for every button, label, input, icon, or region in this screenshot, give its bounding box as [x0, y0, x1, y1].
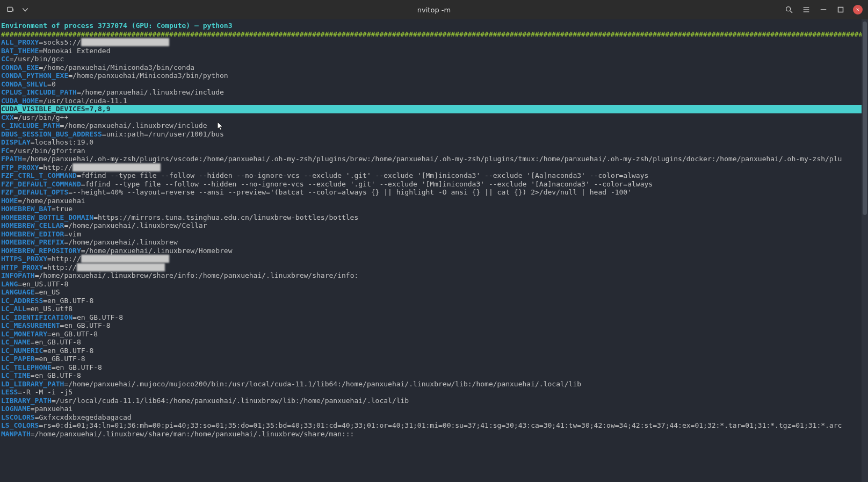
env-sep: = — [81, 247, 85, 255]
minimize-button[interactable] — [819, 5, 828, 15]
env-value: /home/panxuehai/.linuxbrew/include — [81, 88, 224, 96]
env-value-prefix: socks5:// — [43, 38, 81, 46]
env-row[interactable]: CUDA_HOME=/usr/local/cuda-11.1 — [1, 97, 867, 105]
env-sep: = — [77, 88, 81, 96]
env-row[interactable]: LOGNAME=panxuehai — [1, 405, 867, 413]
env-row[interactable]: HTTP_PROXY=http://xxxxxxxxxxxxxxxxxxxxx — [1, 263, 867, 272]
env-row[interactable]: LC_TELEPHONE=en_GB.UTF-8 — [1, 363, 867, 372]
env-row[interactable]: LC_NUMERIC=en_GB.UTF-8 — [1, 347, 867, 355]
env-row[interactable]: HOMEBREW_REPOSITORY=/home/panxuehai/.lin… — [1, 247, 867, 255]
env-row[interactable]: LC_PAPER=en_GB.UTF-8 — [1, 355, 867, 363]
env-row[interactable]: LS_COLORS=rs=0:di=01;34:ln=01;36:mh=00:p… — [1, 421, 867, 430]
env-row[interactable]: HOME=/home/panxuehai — [1, 197, 867, 205]
env-key: CC — [1, 55, 10, 63]
env-row[interactable]: CONDA_PYTHON_EXE=/home/panxuehai/Minicon… — [1, 71, 867, 80]
env-value: /usr/bin/g++ — [18, 113, 68, 121]
env-value: unix:path=/run/user/1001/bus — [106, 130, 224, 138]
env-row[interactable]: LC_ADDRESS=en_GB.UTF-8 — [1, 297, 867, 305]
env-sep: = — [26, 305, 31, 313]
env-row[interactable]: FC=/usr/bin/gfortran — [1, 147, 867, 155]
env-key: CONDA_SHLVL — [1, 80, 47, 88]
env-row[interactable]: CC=/usr/bin/gcc — [1, 55, 867, 63]
env-row[interactable]: FZF_CTRL_T_COMMAND=fdfind --type file --… — [1, 171, 867, 180]
window-titlebar: nvitop -m — [0, 0, 868, 20]
env-row[interactable]: LC_MEASUREMENT=en_GB.UTF-8 — [1, 321, 867, 330]
env-row[interactable]: CUDA_VISIBLE_DEVICES=7,8,9 — [1, 105, 867, 113]
env-row[interactable]: HOMEBREW_BAT=true — [1, 205, 867, 213]
env-value: en_GB.UTF-8 — [47, 297, 93, 305]
env-value: https://mirrors.tuna.tsinghua.edu.cn/lin… — [98, 213, 358, 221]
env-row[interactable]: CONDA_EXE=/home/panxuehai/Miniconda3/bin… — [1, 63, 867, 72]
env-sep: = — [77, 171, 81, 179]
env-row[interactable]: CXX=/usr/bin/g++ — [1, 113, 867, 122]
maximize-button[interactable] — [836, 5, 845, 15]
env-row[interactable]: LD_LIBRARY_PATH=/home/panxuehai/.mujoco/… — [1, 380, 867, 389]
env-sep: = — [31, 430, 35, 438]
dropdown-icon[interactable] — [20, 5, 30, 15]
env-row[interactable]: HOMEBREW_EDITOR=vim — [1, 230, 867, 239]
env-row[interactable]: FTP_PROXY=http://xxxxxxxxxxxxxxxxxxxxx — [1, 163, 867, 172]
env-row[interactable]: FZF_DEFAULT_OPTS=--height=40% --layout=r… — [1, 188, 867, 197]
env-key: DBUS_SESSION_BUS_ADDRESS — [1, 130, 102, 138]
env-sep: = — [68, 188, 73, 196]
env-row[interactable]: C_INCLUDE_PATH=/home/panxuehai/.linuxbre… — [1, 121, 867, 130]
env-row[interactable]: LIBRARY_PATH=/usr/local/cuda-11.1/lib64:… — [1, 397, 867, 405]
env-row[interactable]: ALL_PROXY=socks5://xxxxxxxxxxxxxxxxxxxxx — [1, 38, 867, 47]
env-key: HOMEBREW_CELLAR — [1, 221, 64, 229]
terminal-scrollthumb[interactable] — [863, 21, 867, 215]
terminal-scrollbar[interactable] — [862, 19, 868, 482]
env-row[interactable]: INFOPATH=/home/panxuehai/.linuxbrew/shar… — [1, 271, 867, 280]
env-value: Monokai Extended — [43, 47, 110, 55]
env-sep: = — [52, 397, 56, 405]
env-key: LC_NAME — [1, 338, 31, 346]
env-row[interactable]: CONDA_SHLVL=0 — [1, 80, 867, 89]
env-row[interactable]: LANG=en_US.UTF-8 — [1, 280, 867, 289]
env-row[interactable]: LANGUAGE=en_US — [1, 288, 867, 297]
hamburger-menu-icon[interactable] — [801, 5, 811, 15]
env-key: HOMEBREW_BAT — [1, 205, 52, 213]
new-tab-icon[interactable] — [5, 5, 15, 15]
env-sep: = — [18, 388, 22, 396]
window-title: nvitop -m — [0, 6, 868, 14]
env-value: --height=40% --layout=reverse --ansi --p… — [73, 188, 632, 196]
env-key: LIBRARY_PATH — [1, 397, 52, 405]
env-row[interactable]: BAT_THEME=Monokai Extended — [1, 47, 867, 55]
env-row[interactable]: LC_TIME=en_GB.UTF-8 — [1, 371, 867, 380]
env-key: LC_NUMERIC — [1, 347, 43, 355]
close-button[interactable] — [853, 5, 863, 15]
env-row[interactable]: LC_NAME=en_GB.UTF-8 — [1, 338, 867, 347]
env-row[interactable]: HOMEBREW_CELLAR=/home/panxuehai/.linuxbr… — [1, 221, 867, 230]
env-sep: = — [31, 338, 35, 346]
env-row[interactable]: FZF_DEFAULT_COMMAND=fdfind --type file -… — [1, 180, 867, 189]
env-value: en_US.utf8 — [31, 305, 73, 313]
env-row[interactable]: HOMEBREW_PREFIX=/home/panxuehai/.linuxbr… — [1, 238, 867, 247]
env-key: HOMEBREW_PREFIX — [1, 238, 64, 246]
env-value: en_GB.UTF-8 — [52, 330, 98, 338]
env-row[interactable]: LC_MONETARY=en_GB.UTF-8 — [1, 330, 867, 339]
terminal-viewport[interactable]: Environment of process 3737074 (GPU: Com… — [0, 19, 868, 482]
env-row[interactable]: HTTPS_PROXY=http://xxxxxxxxxxxxxxxxxxxxx — [1, 255, 867, 263]
env-value: fdfind --type file --follow --hidden --n… — [81, 171, 649, 179]
redacted-text: xxxxxxxxxxxxxxxxxxxxx — [73, 163, 161, 171]
env-key: CUDA_VISIBLE_DEVICES — [1, 105, 85, 113]
env-row[interactable]: FPATH=/home/panxuehai/.oh-my-zsh/plugins… — [1, 155, 867, 163]
env-row[interactable]: MANPATH=/home/panxuehai/.linuxbrew/share… — [1, 430, 867, 438]
env-sep: = — [68, 71, 73, 80]
env-value: /home/panxuehai — [22, 197, 85, 205]
env-key: LC_MEASUREMENT — [1, 321, 60, 329]
search-icon[interactable] — [784, 5, 794, 15]
env-value: /usr/bin/gcc — [13, 55, 64, 63]
env-row[interactable]: CPLUS_INCLUDE_PATH=/home/panxuehai/.linu… — [1, 88, 867, 97]
env-key: DISPLAY — [1, 138, 31, 146]
env-row[interactable]: LC_ALL=en_US.utf8 — [1, 305, 867, 313]
env-row[interactable]: DBUS_SESSION_BUS_ADDRESS=unix:path=/run/… — [1, 130, 867, 139]
env-key: INFOPATH — [1, 271, 35, 279]
env-row[interactable]: LESS=-R -M -i -j5 — [1, 388, 867, 397]
env-value-prefix: http:// — [52, 255, 81, 263]
env-row[interactable]: LSCOLORS=Gxfxcxdxbxegedabagacad — [1, 413, 867, 422]
env-row[interactable]: LC_IDENTIFICATION=en_GB.UTF-8 — [1, 313, 867, 322]
env-row[interactable]: HOMEBREW_BOTTLE_DOMAIN=https://mirrors.t… — [1, 213, 867, 222]
env-value: /usr/local/cuda-11.1/lib64:/home/panxueh… — [56, 397, 409, 405]
env-row[interactable]: DISPLAY=localhost:19.0 — [1, 138, 867, 147]
env-value: /home/panxuehai/.oh-my-zsh/plugins/vscod… — [26, 155, 842, 163]
